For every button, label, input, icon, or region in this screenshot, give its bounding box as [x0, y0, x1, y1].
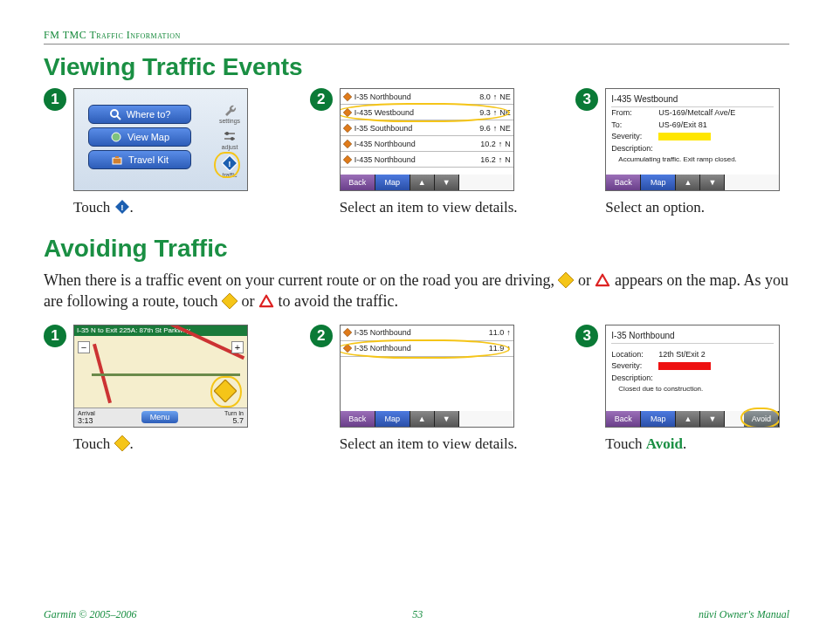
yellow-diamond-icon [114, 435, 130, 451]
detail-title: I-435 Westbound [611, 92, 774, 107]
list-item[interactable]: I-435 Northbound16.2↑N [341, 152, 513, 168]
screenshot-avoid-list: I-35 Northbound11.0↑ I-35 Northbound11.9… [340, 325, 514, 428]
footer-manual-title: nüvi Owner's Manual [699, 608, 789, 621]
screenshot-route-map: I-35 N to Exit 225A: 87th St Parkway − +… [73, 325, 248, 428]
map-button[interactable]: Map [375, 411, 410, 427]
step-3b: 3 I-35 Northbound Location:12th St/Exit … [575, 325, 789, 454]
caption-2: Select an item to view details. [340, 198, 524, 217]
step-1b: 1 I-35 N to Exit 225A: 87th St Parkway −… [44, 325, 258, 454]
caption-1: Touch . [73, 198, 258, 217]
avoid-button[interactable]: Avoid [744, 411, 779, 427]
breadcrumb: FM TMC Traffic Information [44, 29, 181, 41]
avoiding-para: When there is a traffic event on your cu… [44, 270, 789, 312]
svg-rect-11 [113, 158, 121, 164]
map-button[interactable]: Map [641, 411, 676, 427]
detail-title: I-35 Northbound [611, 329, 774, 344]
map-button[interactable]: Map [641, 175, 676, 190]
caption-3: Select an option. [605, 198, 789, 217]
suitcase-icon [111, 154, 123, 166]
view-map-button[interactable]: View Map [88, 127, 191, 147]
step-1: 1 ▮▮▮▯2:49 Where to? View Map Travel Kit… [44, 88, 258, 217]
scroll-down-button[interactable]: ▼ [435, 411, 459, 427]
zoom-out-button[interactable]: − [78, 341, 90, 353]
scroll-up-button[interactable]: ▲ [410, 411, 435, 427]
screenshot-avoid-detail: I-35 Northbound Location:12th St/Exit 2 … [605, 325, 780, 428]
step-badge-3: 3 [575, 325, 598, 347]
globe-icon [110, 131, 122, 143]
step-3: 3 I-435 Westbound From:US-169/Metcalf Av… [575, 88, 789, 217]
svg-point-8 [111, 110, 118, 117]
step-badge-2: 2 [310, 88, 333, 111]
step-badge-2: 2 [310, 325, 333, 347]
caption-1b: Touch . [73, 435, 258, 454]
section-title-avoiding: Avoiding Traffic [44, 235, 789, 263]
list-item[interactable]: I-435 Northbound10.2↑N [341, 136, 513, 152]
map-banner: I-35 N to Exit 225A: 87th St Parkway [74, 325, 247, 336]
footer-copyright: Garmin © 2005–2006 [44, 608, 136, 621]
screenshot-main-menu: ▮▮▮▯2:49 Where to? View Map Travel Kit s… [73, 88, 248, 191]
list-item[interactable]: I-35 Southbound9.6↑NE [341, 120, 513, 136]
map-menu-button[interactable]: Menu [141, 411, 179, 423]
scroll-down-button[interactable]: ▼ [700, 411, 725, 427]
step-badge-1: 1 [44, 325, 66, 347]
caption-3b: Touch Avoid. [605, 435, 789, 454]
caption-2b: Select an item to view details. [340, 435, 524, 454]
list-item[interactable]: I-435 Westbound9.3↑NE [341, 105, 513, 120]
map-button[interactable]: Map [375, 175, 410, 190]
red-triangle-icon [258, 294, 274, 308]
zoom-in-button[interactable]: + [231, 341, 244, 353]
back-button[interactable]: Back [341, 175, 375, 190]
back-button[interactable]: Back [606, 175, 641, 190]
page-footer: Garmin © 2005–2006 53 nüvi Owner's Manua… [44, 608, 789, 621]
list-item[interactable]: I-35 Northbound11.0↑ [341, 325, 513, 341]
yellow-diamond-icon [558, 272, 574, 288]
scroll-up-button[interactable]: ▲ [410, 175, 435, 190]
scroll-down-button[interactable]: ▼ [700, 175, 725, 190]
settings-icon-btn[interactable]: settings [217, 103, 242, 124]
traffic-diamond-icon [222, 155, 238, 171]
svg-point-10 [112, 133, 120, 141]
traffic-diamond-icon [114, 199, 130, 215]
step-2b: 2 I-35 Northbound11.0↑ I-35 Northbound11… [310, 325, 524, 454]
back-button[interactable]: Back [341, 411, 375, 427]
list-item[interactable]: I-35 Northbound11.9↑ [341, 341, 513, 357]
travel-kit-button[interactable]: Travel Kit [88, 150, 191, 169]
step-2: 2 I-35 Northbound8.0↑NE I-435 Westbound9… [310, 88, 524, 217]
row-avoiding: 1 I-35 N to Exit 225A: 87th St Parkway −… [44, 325, 789, 454]
screenshot-traffic-detail: I-435 Westbound From:US-169/Metcalf Ave/… [605, 88, 780, 191]
scroll-up-button[interactable]: ▲ [676, 411, 700, 427]
traffic-icon-btn[interactable]: traffic [217, 155, 242, 178]
scroll-up-button[interactable]: ▲ [676, 175, 700, 190]
where-to-button[interactable]: Where to? [88, 105, 191, 124]
search-icon [109, 108, 121, 120]
svg-line-9 [117, 116, 120, 120]
step-badge-1: 1 [44, 88, 66, 111]
screenshot-traffic-list: I-35 Northbound8.0↑NE I-435 Westbound9.3… [340, 88, 514, 191]
svg-rect-12 [115, 156, 119, 158]
footer-page-number: 53 [412, 608, 423, 621]
page-header: FM TMC Traffic Information [44, 26, 789, 45]
list-item[interactable]: I-35 Northbound8.0↑NE [341, 89, 513, 105]
row-viewing: 1 ▮▮▮▯2:49 Where to? View Map Travel Kit… [44, 88, 789, 217]
step-badge-3: 3 [575, 88, 598, 111]
scroll-down-button[interactable]: ▼ [435, 175, 459, 190]
section-title-viewing: Viewing Traffic Events [44, 53, 789, 81]
adjust-icon-btn[interactable]: adjust [217, 129, 242, 150]
back-button[interactable]: Back [606, 411, 641, 427]
yellow-diamond-icon [222, 293, 238, 309]
red-triangle-icon [595, 273, 610, 287]
yellow-diamond-icon[interactable] [214, 380, 237, 402]
severity-bar [658, 133, 711, 140]
